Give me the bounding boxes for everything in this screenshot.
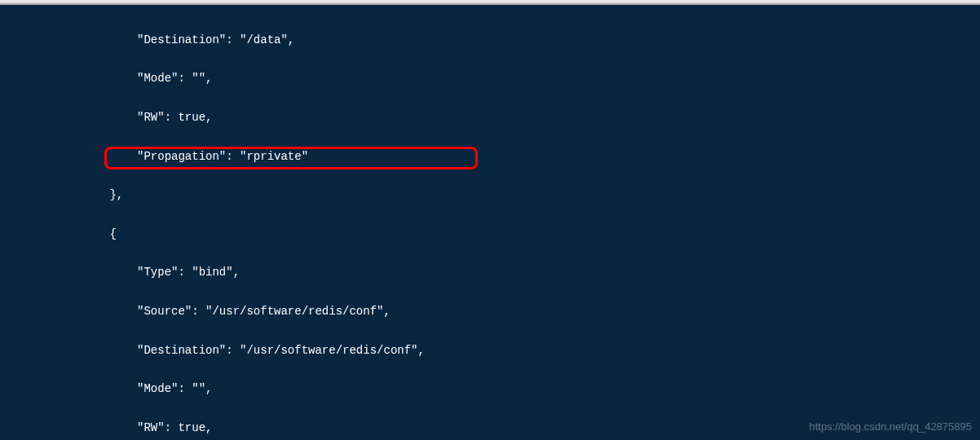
json-line: "Mode": "",	[0, 69, 980, 89]
json-line: "Type": "bind",	[0, 263, 980, 283]
terminal-output: "Destination": "/data", "Mode": "", "RW"…	[0, 3, 980, 440]
json-line: "Destination": "/usr/software/redis/conf…	[0, 341, 980, 361]
json-line: {	[0, 225, 980, 244]
watermark-text: https://blog.csdn.net/qq_42875895	[810, 418, 973, 436]
json-line-highlighted: "Source": "/usr/software/redis/conf",	[0, 302, 980, 322]
json-line: "Mode": "",	[0, 380, 980, 399]
json-line: "Destination": "/data",	[0, 31, 980, 51]
json-line: "RW": true,	[0, 108, 980, 128]
json-line: "Propagation": "rprivate"	[0, 147, 980, 167]
json-line: },	[0, 186, 980, 205]
